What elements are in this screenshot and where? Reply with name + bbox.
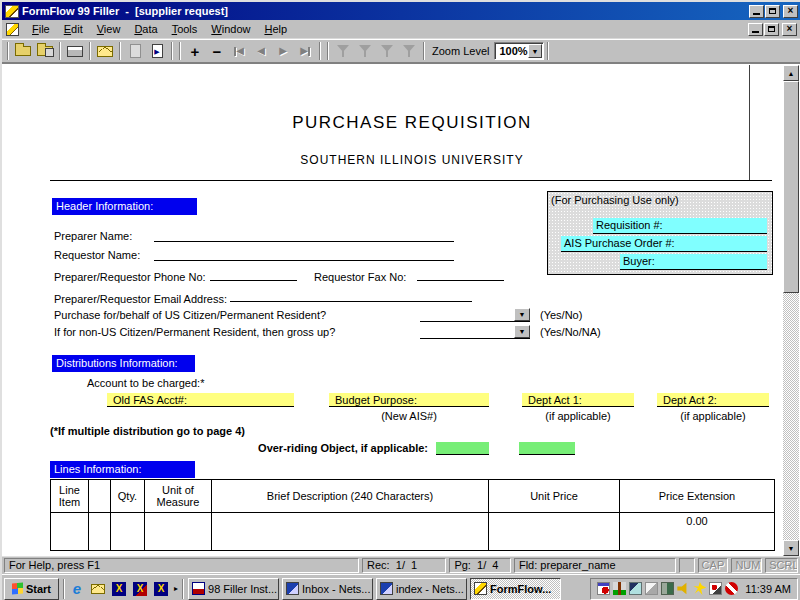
scrollbar-thumb[interactable]	[783, 81, 799, 293]
window-title: FormFlow 99 Filler - [supplier request]	[22, 5, 749, 17]
phone-field[interactable]	[210, 280, 297, 281]
col-qty: Qty.	[111, 480, 145, 513]
dept-act-2-field[interactable]: Dept Act 2:	[657, 393, 769, 407]
unit-of-measure-cell[interactable]	[145, 513, 212, 551]
tray-agent-icon[interactable]	[629, 582, 642, 595]
taskbar-button-inbox[interactable]: Inbox - Nets...	[282, 578, 373, 600]
tray-meter-icon[interactable]	[613, 582, 626, 595]
formflow-designer-shortcut-icon[interactable]: X	[132, 581, 148, 597]
override-object-field-1[interactable]	[436, 442, 489, 455]
requisition-number-field[interactable]: Requisition #:	[593, 218, 767, 234]
print-button[interactable]	[64, 41, 86, 61]
last-record-button[interactable]: ▶	[294, 41, 316, 61]
quick-launch-bar: e X X X ▸	[69, 581, 178, 597]
next-record-button[interactable]: ▶	[272, 41, 294, 61]
taskbar-button-index[interactable]: index - Nets...	[376, 578, 467, 600]
menu-help[interactable]: Help	[257, 21, 294, 37]
blank-cell[interactable]	[89, 513, 111, 551]
tray-messenger-icon[interactable]	[693, 582, 706, 595]
remove-filter-button[interactable]	[398, 41, 420, 61]
formflow-shortcut-icon[interactable]: X	[111, 581, 127, 597]
filter-query-button[interactable]	[376, 41, 398, 61]
minimize-button[interactable]	[749, 5, 764, 18]
qty-cell[interactable]	[111, 513, 145, 551]
menu-window[interactable]: Window	[204, 21, 257, 37]
menu-view[interactable]: View	[90, 21, 128, 37]
col-unit-price: Unit Price	[489, 480, 620, 513]
tray-sync-icon[interactable]	[661, 582, 674, 595]
add-record-button[interactable]: +	[184, 41, 206, 61]
tray-antivirus-icon[interactable]	[725, 582, 738, 595]
tray-fax-icon[interactable]	[645, 582, 658, 595]
citizen-select[interactable]: ▼	[420, 308, 530, 322]
mdi-minimize-button[interactable]	[748, 23, 763, 36]
menu-tools[interactable]: Tools	[165, 21, 205, 37]
ais-purchase-order-field[interactable]: AIS Purchase Order #:	[561, 236, 767, 252]
scroll-down-button[interactable]: ▼	[783, 540, 799, 556]
vertical-scrollbar[interactable]: ▲ ▼	[783, 65, 799, 556]
tray-volume-icon[interactable]	[677, 582, 690, 595]
line-item-cell[interactable]	[51, 513, 89, 551]
minimize-icon	[752, 29, 759, 33]
close-button[interactable]: ×	[783, 5, 798, 18]
zoom-level-select[interactable]: 100% ▼	[494, 42, 544, 60]
unit-price-cell[interactable]	[489, 513, 620, 551]
taskbar-button-formflow[interactable]: FormFlow...	[470, 578, 561, 600]
requestor-name-field[interactable]	[154, 260, 454, 261]
mail-button[interactable]	[94, 41, 116, 61]
form-title: PURCHASE REQUISITION	[50, 113, 774, 133]
chevron-down-icon[interactable]: ▼	[514, 308, 530, 321]
grossup-question-label: If for non-US Citizen/Permanent Resident…	[54, 326, 335, 338]
brief-description-cell[interactable]	[212, 513, 489, 551]
override-object-label: Over-riding Object, if applicable:	[162, 442, 428, 454]
restore-icon	[769, 8, 776, 14]
internet-explorer-icon[interactable]: e	[69, 581, 85, 597]
tray-scheduler-icon[interactable]	[597, 582, 610, 595]
chevron-down-icon[interactable]: ▼	[528, 44, 543, 58]
restore-button[interactable]	[765, 5, 780, 18]
override-object-field-2[interactable]	[519, 442, 575, 455]
preparer-name-field[interactable]	[154, 241, 454, 242]
formflow-filler-shortcut-icon[interactable]: X	[153, 581, 169, 597]
prev-record-button[interactable]: ◀	[250, 41, 272, 61]
menu-data[interactable]: Data	[127, 21, 164, 37]
windows-logo-icon	[12, 583, 23, 595]
buyer-field[interactable]: Buyer:	[620, 254, 767, 270]
menu-edit[interactable]: Edit	[57, 21, 90, 37]
prev-page-button[interactable]	[124, 41, 146, 61]
save-icon	[37, 46, 53, 56]
first-record-button[interactable]: ◀	[228, 41, 250, 61]
budget-purpose-field[interactable]: Budget Purpose:	[329, 393, 489, 407]
page-icon	[130, 44, 141, 58]
start-button[interactable]: Start	[4, 578, 59, 600]
funnel-query-icon	[380, 44, 394, 58]
mdi-close-button[interactable]: ×	[782, 23, 797, 36]
document-icon	[192, 582, 205, 595]
mail-shortcut-icon[interactable]	[90, 581, 106, 597]
delete-record-button[interactable]: −	[206, 41, 228, 61]
price-extension-cell[interactable]: 0.00	[620, 513, 775, 551]
dept-act-1-field[interactable]: Dept Act 1:	[522, 393, 634, 407]
menu-file[interactable]: File	[25, 21, 57, 37]
if-applicable-sub-label: (if applicable)	[657, 410, 769, 422]
filter-expression-button[interactable]	[354, 41, 376, 61]
quick-launch-overflow-arrow[interactable]: ▸	[174, 584, 178, 593]
old-fas-acct-field[interactable]: Old FAS Acct#:	[107, 393, 294, 407]
goto-page-button[interactable]: ▶	[146, 41, 168, 61]
tray-findfast-icon[interactable]	[709, 582, 722, 595]
save-button[interactable]	[34, 41, 56, 61]
open-button[interactable]	[12, 41, 34, 61]
chevron-down-icon[interactable]: ▼	[514, 325, 530, 338]
first-record-icon: ◀	[234, 46, 244, 56]
mdi-restore-button[interactable]	[764, 23, 779, 36]
citizen-hint: (Yes/No)	[540, 309, 582, 321]
taskbar-button-filler-instructions[interactable]: 98 Filler Inst...	[188, 578, 279, 600]
status-caps-lock: CAP	[698, 558, 729, 573]
document-icon[interactable]	[6, 23, 19, 36]
fax-field[interactable]	[417, 280, 504, 281]
formflow-icon	[474, 582, 487, 595]
filter-button[interactable]	[332, 41, 354, 61]
scroll-up-button[interactable]: ▲	[783, 65, 799, 81]
grossup-select[interactable]: ▼	[420, 325, 530, 339]
email-field[interactable]	[230, 301, 472, 302]
